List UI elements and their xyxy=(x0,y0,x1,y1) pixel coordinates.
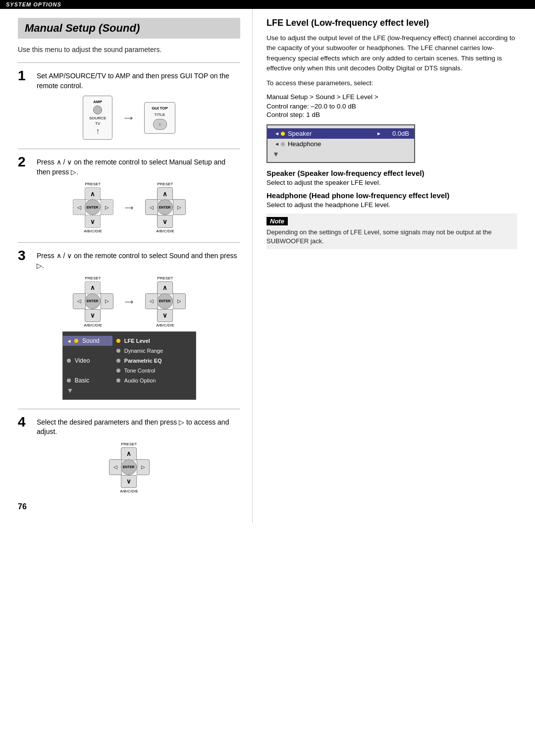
step4-up-arrow: ∧ xyxy=(126,450,131,457)
dpad-down-r: ∨ xyxy=(157,215,173,228)
step-4-diagram: PRESET ∧ ∨ ◁ ▷ ENTER A/B/C/D/E xyxy=(18,442,240,493)
step1-arrow: → xyxy=(121,110,135,126)
down-arrow: ∨ xyxy=(90,218,95,225)
system-options-label: SYSTEM OPTIONS xyxy=(6,1,61,7)
menu-down-arrow: ▼ xyxy=(63,385,196,395)
step4-dpad-right: ▷ xyxy=(137,459,150,475)
dpad-right: ▷ xyxy=(101,199,113,215)
guitop-icon: ⌂ xyxy=(159,122,160,126)
menu-left-tri: ◄ xyxy=(67,338,72,344)
step2-preset-label-left: PRESET xyxy=(85,182,101,186)
step2-preset-label-right: PRESET xyxy=(157,182,173,186)
dpad-left-r: ◁ xyxy=(145,199,158,215)
intro-text: Use this menu to adjust the sound parame… xyxy=(18,46,240,54)
menu-bullet-video xyxy=(67,359,71,363)
speaker-right-tri: ► xyxy=(376,131,381,136)
step3-dpad-right: PRESET ∧ ∨ ◁ ▷ ENTER A/B/C/D/E xyxy=(145,276,186,327)
menu-sound-label: Sound xyxy=(82,337,100,344)
page-container: Manual Setup (Sound) Use this menu to ad… xyxy=(0,9,535,523)
lfe-intro-text: Use to adjust the output level of the LF… xyxy=(267,33,517,73)
step2-dpad-right-widget: ∧ ∨ ◁ ▷ ENTER xyxy=(145,187,186,228)
step3-preset-label-left: PRESET xyxy=(85,276,101,280)
menu-item-lfe: LFE Level xyxy=(116,337,192,344)
speaker-subtext: Select to adjust the speaker LFE level. xyxy=(267,179,517,186)
menu-right-peq: Parametric EQ xyxy=(112,356,196,366)
note-label: Note xyxy=(267,217,288,225)
step-1-diagram: AMP SOURCE TV ↑ → GUI TOP TITLE ⌂ xyxy=(18,96,240,140)
right-tri: ▷ xyxy=(105,205,109,210)
dpad-up: ∧ xyxy=(85,187,101,200)
note-box: Note Depending on the settings of LFE Le… xyxy=(267,214,517,249)
step3-up-arrow: ∧ xyxy=(90,284,95,291)
step3-enter-label: ENTER xyxy=(87,299,99,303)
step3-down-arrow-r: ∨ xyxy=(162,312,167,319)
amp-label: AMP xyxy=(93,100,102,104)
step3-dpad-left-btn: ◁ xyxy=(73,293,86,309)
source-label: SOURCE xyxy=(89,116,106,120)
left-column: Manual Setup (Sound) Use this menu to ad… xyxy=(0,9,253,523)
step-4-number: 4 xyxy=(18,415,34,429)
step4-dpad-center: ENTER xyxy=(121,459,137,475)
step3-right-tri: ▷ xyxy=(105,298,109,304)
step-3-text: Press ∧ / ∨ on the remote control to sel… xyxy=(37,251,240,270)
bullet-dynamic xyxy=(116,349,120,353)
up-arrow-r: ∧ xyxy=(162,190,167,198)
menu-row-dynamic: Dynamic Range xyxy=(63,346,196,356)
step3-down-arrow: ∨ xyxy=(90,312,95,319)
left-tri: ◁ xyxy=(77,205,81,210)
guitop-btn: ⌂ xyxy=(153,119,167,130)
lfe-row-headphone: ◄ Headphone xyxy=(268,139,414,149)
lfe-access-label: To access these parameters, select: xyxy=(267,78,517,88)
step-2-number: 2 xyxy=(18,155,34,169)
right-tri-r: ▷ xyxy=(177,205,181,210)
step3-dpad-right-btn: ▷ xyxy=(101,293,113,309)
step-4-text: Select the desired parameters and then p… xyxy=(37,418,240,437)
step3-dpad-down-r: ∨ xyxy=(157,309,173,322)
dpad-center-enter: ENTER xyxy=(85,199,101,215)
step3-dpad-center: ENTER xyxy=(85,293,101,309)
step-1-number: 1 xyxy=(18,69,34,83)
guitop-panel: GUI TOP TITLE ⌂ xyxy=(144,102,175,134)
step3-abcde-left: A/B/C/D/E xyxy=(84,323,102,327)
tv-label: TV xyxy=(95,121,100,126)
menu-right-tone: Tone Control xyxy=(112,366,196,376)
step3-dpad-left-r: ◁ xyxy=(145,293,158,309)
headphone-label: Headphone xyxy=(288,140,409,148)
lfe-control-range: Control range: –20.0 to 0.0 dB xyxy=(267,103,517,110)
speaker-label: Speaker xyxy=(288,130,374,137)
step4-preset-label: PRESET xyxy=(121,442,137,446)
peq-label: Parametric EQ xyxy=(124,358,162,364)
left-tri-r: ◁ xyxy=(150,205,154,210)
enter-label-r: ENTER xyxy=(159,206,171,209)
amp-circle-btn xyxy=(93,106,102,114)
step3-right-tri-r: ▷ xyxy=(177,298,181,304)
bullet-tone xyxy=(116,369,120,373)
bullet-peq xyxy=(116,359,120,363)
up-arrow: ∧ xyxy=(90,190,95,198)
sound-menu-box: ◄ Sound LFE Level Dyna xyxy=(62,331,196,400)
bullet-audio xyxy=(116,378,120,382)
speaker-value: 0.0dB xyxy=(384,130,409,137)
lfe-path: Manual Setup > Sound > LFE Level > xyxy=(267,93,517,101)
lfe-box-down-arrow: ▼ xyxy=(268,149,414,159)
menu-left-empty1 xyxy=(63,349,112,352)
step3-dpad-left-widget: ∧ ∨ ◁ ▷ ENTER xyxy=(73,281,113,322)
step3-preset-label-right: PRESET xyxy=(157,276,173,280)
tone-label: Tone Control xyxy=(124,368,155,374)
menu-left-basic: Basic xyxy=(63,376,112,385)
headphone-bullet xyxy=(281,142,285,146)
dpad-right-r: ▷ xyxy=(173,199,186,215)
step-2-text: Press ∧ / ∨ on the remote control to sel… xyxy=(37,158,240,177)
step3-dpad-right-widget: ∧ ∨ ◁ ▷ ENTER xyxy=(145,281,186,322)
step-2: 2 Press ∧ / ∨ on the remote control to s… xyxy=(18,155,240,233)
speaker-bullet xyxy=(281,132,285,136)
menu-row-peq: Video Parametric EQ xyxy=(63,356,196,366)
headphone-heading: Headphone (Head phone low-frequency effe… xyxy=(267,191,517,200)
menu-basic-label: Basic xyxy=(75,377,89,384)
step2-dpad-right: PRESET ∧ ∨ ◁ ▷ ENTER A/B/C/D/E xyxy=(145,182,186,233)
step3-dpad-up: ∧ xyxy=(85,281,101,294)
amp-arrow-up: ↑ xyxy=(96,127,100,136)
step-3-number: 3 xyxy=(18,249,34,263)
audio-label: Audio Option xyxy=(124,378,156,383)
menu-right-lfecol: LFE Level xyxy=(112,336,196,346)
